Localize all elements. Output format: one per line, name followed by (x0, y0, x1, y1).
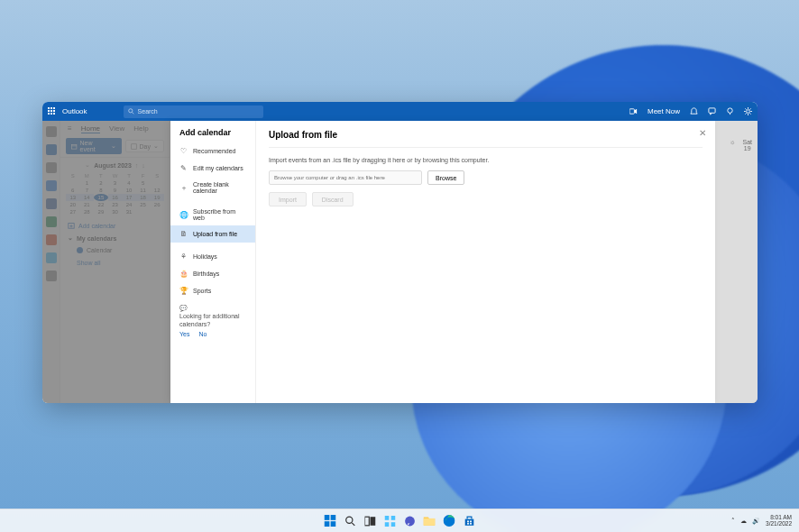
store-icon[interactable] (462, 513, 477, 528)
app-launcher-icon[interactable] (48, 107, 57, 116)
modal-item-recommended[interactable]: ♡Recommended (170, 142, 255, 160)
hamburger-icon[interactable]: ≡ (68, 124, 72, 133)
modal-item-sports[interactable]: 🏆Sports (170, 282, 255, 299)
chevron-down-icon: ⌄ (111, 142, 116, 150)
outlook-window: Outlook Search Meet Now (42, 102, 758, 403)
edge-icon[interactable] (442, 513, 457, 528)
modal-item-birthdays[interactable]: 🎂Birthdays (170, 265, 255, 282)
month-up-icon[interactable]: ↑ (135, 162, 139, 169)
date-cell[interactable]: 16 (108, 194, 123, 201)
date-cell[interactable]: 19 (150, 194, 164, 201)
date-cell[interactable]: 7 (80, 187, 95, 194)
date-cell[interactable]: 21 (80, 201, 95, 208)
discard-button[interactable]: Discard (312, 192, 354, 206)
date-cell[interactable]: 17 (122, 194, 136, 201)
modal-item-blank[interactable]: ＋Create blank calendar (170, 177, 255, 198)
date-cell[interactable]: 23 (108, 201, 123, 208)
tab-view[interactable]: View (109, 124, 124, 133)
date-cell[interactable]: 14 (80, 194, 95, 201)
date-cell[interactable]: 4 (122, 179, 136, 187)
date-cell[interactable]: 28 (80, 208, 95, 216)
month-down-icon[interactable]: ↓ (142, 162, 145, 169)
date-cell[interactable]: 5 (136, 179, 151, 187)
svg-rect-13 (325, 515, 330, 520)
svg-rect-29 (467, 520, 469, 522)
chat-icon[interactable] (402, 513, 418, 528)
volume-tray-icon[interactable]: 🔊 (752, 518, 760, 525)
date-cell[interactable]: 1 (80, 179, 95, 187)
date-cell[interactable]: 2 (94, 179, 108, 187)
date-cell[interactable]: 13 (66, 194, 80, 201)
rail-word-icon[interactable] (46, 198, 57, 209)
calendar-item[interactable]: Calendar (60, 244, 170, 256)
date-cell[interactable]: 29 (94, 208, 108, 216)
chevron-down-icon: ⌄ (68, 234, 73, 242)
chat-icon[interactable] (707, 107, 716, 116)
rail-mail-icon[interactable] (46, 126, 57, 137)
date-cell[interactable]: 15 (94, 194, 108, 201)
tray-chevron-icon[interactable]: ˄ (731, 518, 735, 525)
date-cell[interactable]: 10 (122, 187, 136, 194)
close-icon[interactable]: ✕ (699, 128, 706, 138)
chevron-down-icon[interactable]: ⌄ (85, 161, 90, 169)
import-button[interactable]: Import (269, 192, 307, 206)
search-input[interactable]: Search (124, 105, 263, 118)
add-calendar-link[interactable]: Add calendar (60, 219, 170, 232)
date-cell[interactable]: 22 (94, 201, 108, 208)
date-cell[interactable]: 6 (66, 187, 80, 194)
taskbar-search-icon[interactable] (343, 513, 358, 528)
modal-item-subscribe[interactable]: 🌐Subscribe from web (170, 204, 255, 225)
rail-excel-icon[interactable] (46, 216, 57, 227)
tips-icon[interactable] (725, 107, 734, 116)
date-cell[interactable]: 11 (136, 187, 151, 194)
onedrive-tray-icon[interactable]: ☁ (740, 518, 747, 525)
rail-calendar-icon[interactable] (46, 144, 57, 155)
rail-onedrive-icon[interactable] (46, 252, 57, 263)
date-cell[interactable]: 27 (66, 208, 80, 216)
show-all-link[interactable]: Show all (60, 256, 170, 270)
widgets-icon[interactable] (382, 513, 398, 528)
extra-text: Looking for additional calendars? (179, 313, 240, 327)
rail-more-icon[interactable] (46, 271, 57, 281)
meet-now-icon[interactable] (629, 107, 638, 116)
day-view-button[interactable]: Day ⌄ (125, 140, 164, 152)
date-cell[interactable]: 30 (108, 208, 123, 216)
modal-item-holidays[interactable]: ⚘Holidays (170, 248, 255, 265)
tab-help[interactable]: Help (133, 124, 148, 133)
date-cell[interactable]: 12 (150, 187, 164, 194)
date-cell[interactable]: 26 (150, 201, 164, 208)
date-cell[interactable]: 20 (66, 201, 80, 208)
extra-no-link[interactable]: No (198, 331, 207, 337)
rail-people-icon[interactable] (46, 162, 57, 173)
rail-todo-icon[interactable] (46, 180, 57, 191)
my-calendars-header[interactable]: ⌄ My calendars (60, 232, 170, 244)
new-event-button[interactable]: New event ⌄ (66, 138, 122, 154)
extra-yes-link[interactable]: Yes (179, 331, 189, 337)
browse-button[interactable]: Browse (427, 170, 464, 185)
svg-rect-9 (131, 143, 136, 149)
date-cell[interactable]: 8 (94, 187, 108, 194)
rail-powerpoint-icon[interactable] (46, 234, 57, 245)
date-cell[interactable]: 9 (108, 187, 123, 194)
task-view-icon[interactable] (363, 513, 378, 528)
dow-cell: T (122, 172, 136, 179)
start-button[interactable] (323, 513, 338, 528)
system-clock[interactable]: 8:01 AM 3/21/2022 (766, 515, 792, 527)
date-cell[interactable]: 25 (136, 201, 151, 208)
file-path-input[interactable] (269, 170, 422, 185)
settings-icon[interactable] (743, 107, 752, 116)
notifications-icon[interactable] (689, 107, 698, 116)
date-cell[interactable]: 31 (122, 208, 136, 216)
explorer-icon[interactable] (422, 513, 437, 528)
svg-line-1 (132, 113, 133, 115)
tab-home[interactable]: Home (81, 124, 100, 133)
modal-item-edit[interactable]: ✎Edit my calendars (170, 160, 255, 177)
date-cell[interactable]: 3 (108, 179, 123, 187)
meet-now-label[interactable]: Meet Now (647, 107, 680, 115)
date-cell[interactable]: 24 (122, 201, 136, 208)
mini-calendar[interactable]: SMTWTFS303112345678910111213141516171819… (60, 172, 170, 219)
modal-item-upload[interactable]: 🗎Upload from file (170, 225, 255, 243)
holiday-icon: ⚘ (179, 252, 188, 261)
date-cell[interactable]: 18 (136, 194, 151, 201)
app-name: Outlook (62, 107, 87, 115)
